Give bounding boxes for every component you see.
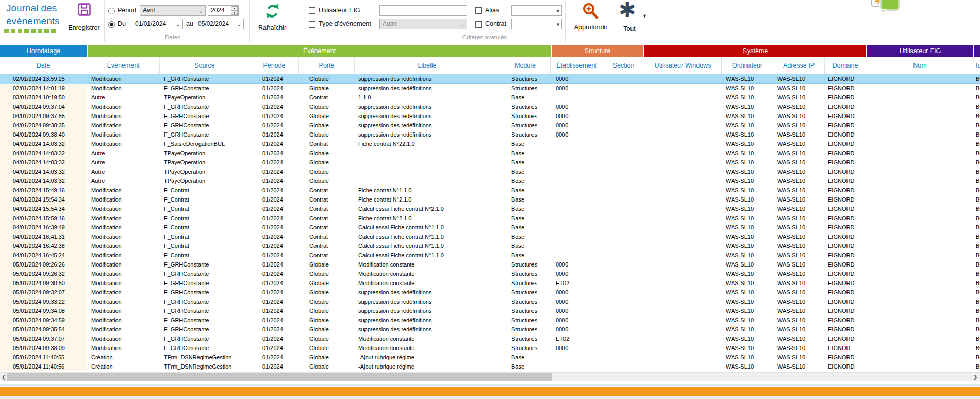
period-radio[interactable] [108, 8, 115, 14]
cell-date: 05/01/2024 11:40:55 [0, 353, 87, 362]
cell-date: 05/01/2024 11:40:56 [0, 362, 87, 371]
cell-ordinateur: WAS-SL10 [722, 343, 773, 353]
cell-adresse-ip: WAS-SL10 [773, 84, 825, 93]
period-month-select[interactable]: Avril⌄ [140, 5, 206, 16]
column-header-nom[interactable]: Nom [866, 57, 974, 74]
cell-libell-: suppression des redéfinitions [355, 121, 500, 130]
year-spin-buttons[interactable]: ▲▼ [231, 6, 238, 15]
date-from-picker[interactable]: 01/01/2024⌄ [132, 19, 183, 29]
scroll-left-icon[interactable]: ❮ [2, 374, 6, 380]
table-row[interactable]: 04/01/2024 14:03:32AutreTPayeOperation01… [0, 148, 980, 158]
alias-checkbox[interactable] [475, 7, 482, 14]
cell-p-riode: 01/2024 [250, 269, 299, 278]
cell-section [603, 251, 644, 260]
table-row[interactable]: 04/01/2024 14:03:32AutreTPayeOperation01… [0, 167, 980, 176]
table-row[interactable]: 05/01/2024 09:26:26ModificationF_GRHCons… [0, 260, 980, 269]
table-row[interactable]: 04/01/2024 09:38:40ModificationF_GRHCons… [0, 130, 980, 139]
column-header--v-nement[interactable]: Événement [87, 57, 160, 74]
cell-source: F_GRHConstante [160, 269, 250, 278]
table-row[interactable]: 04/01/2024 16:45:24ModificationF_Contrat… [0, 251, 980, 260]
alias-select[interactable]: ▾ [511, 5, 562, 16]
column-header-section[interactable]: Section [603, 57, 644, 74]
table-row[interactable]: 03/01/2024 10:19:50AutreTPayeOperation01… [0, 93, 980, 102]
table-row[interactable]: 05/01/2024 09:37:07ModificationF_GRHCons… [0, 334, 980, 343]
table-row[interactable]: 04/01/2024 09:38:35ModificationF_GRHCons… [0, 121, 980, 130]
table-row[interactable]: 05/01/2024 09:30:50ModificationF_GRHCons… [0, 278, 980, 288]
table-row[interactable]: 02/01/2024 14:01:19ModificationF_GRHCons… [0, 84, 980, 93]
dropdown-caret-icon[interactable]: ▼ [642, 13, 647, 19]
period-year-spinner[interactable]: 2024 ▲▼ [208, 5, 239, 16]
table-row[interactable]: 05/01/2024 09:35:54ModificationF_GRHCons… [0, 325, 980, 334]
column-header-adresse-ip[interactable]: Adresse IP [773, 57, 825, 74]
contract-checkbox[interactable] [475, 21, 482, 28]
event-type-checkbox[interactable] [309, 21, 315, 28]
group-header-syst-me: Système [644, 45, 866, 57]
user-eig-input[interactable] [379, 5, 467, 16]
table-row[interactable]: 04/01/2024 15:54:34ModificationF_Contrat… [0, 204, 980, 213]
cell-source: F_GRHConstante [160, 343, 250, 353]
cell-ide: BC [974, 148, 980, 158]
table-row[interactable]: 05/01/2024 09:33:22ModificationF_GRHCons… [0, 297, 980, 306]
column-header-ordinateur[interactable]: Ordinateur [722, 57, 773, 74]
spin-down-icon[interactable]: ▼ [231, 11, 238, 15]
refresh-button[interactable]: Rafraîchir [255, 2, 289, 34]
column-header-utilisateur-windows[interactable]: Utilisateur Windows [644, 57, 722, 74]
table-row[interactable]: 04/01/2024 14:03:32AutreTPayeOperation01… [0, 176, 980, 186]
table-row[interactable]: 04/01/2024 16:39:49ModificationF_Contrat… [0, 223, 980, 232]
cell-section [603, 158, 644, 167]
cell-libell-: suppression des redéfinitions [355, 130, 500, 139]
column-header-source[interactable]: Source [160, 57, 250, 74]
table-row[interactable]: 04/01/2024 14:03:32ModificationF_SaisieD… [0, 139, 980, 148]
column-header-module[interactable]: Module [500, 57, 551, 74]
contract-select[interactable]: ▾ [511, 19, 562, 29]
deepen-button[interactable]: Approfondir [567, 1, 614, 33]
save-button[interactable]: Enregistrer [66, 2, 102, 34]
cell-module: Structures [500, 288, 551, 297]
table-row[interactable]: 05/01/2024 09:26:32ModificationF_GRHCons… [0, 269, 980, 278]
column-group-header-row: HorodatageÉvénementStructureSystèmeUtili… [0, 45, 980, 57]
cell-adresse-ip: WAS-SL10 [773, 186, 825, 195]
table-row[interactable]: 04/01/2024 16:41:31ModificationF_Contrat… [0, 232, 980, 241]
table-row[interactable]: 05/01/2024 11:40:55CréationTFrm_DSNRegim… [0, 353, 980, 362]
cell-p-riode: 01/2024 [250, 334, 299, 343]
table-row[interactable]: 04/01/2024 14:03:32AutreTPayeOperation01… [0, 158, 980, 167]
cell-date: 04/01/2024 15:54:34 [0, 195, 87, 204]
table-row[interactable]: 05/01/2024 09:32:07ModificationF_GRHCons… [0, 288, 980, 297]
table-row[interactable]: 05/01/2024 11:40:56CréationTFrm_DSNRegim… [0, 362, 980, 371]
column-header-date[interactable]: Date [0, 57, 87, 74]
table-row[interactable]: 04/01/2024 15:59:16ModificationF_Contrat… [0, 213, 980, 223]
horizontal-scrollbar[interactable]: ❮ ❯ [0, 372, 980, 381]
cell-domaine: EIGNORD [825, 334, 866, 343]
date-to-picker[interactable]: 05/02/2024⌄ [195, 19, 244, 29]
cell-libell-: suppression des redéfinitions [355, 74, 500, 84]
table-row[interactable]: 04/01/2024 09:37:04ModificationF_GRHCons… [0, 102, 980, 111]
cell-libell-: Calcul essai Fiche contrat N°1.1.0 [355, 241, 500, 251]
speech-bubbles-icon[interactable] [870, 0, 901, 13]
scrollbar-thumb[interactable] [7, 373, 552, 381]
column-header-libell-[interactable]: Libellé [355, 57, 500, 74]
table-row[interactable]: 04/01/2024 15:49:16ModificationF_Contrat… [0, 186, 980, 195]
table-row[interactable]: 04/01/2024 16:42:38ModificationF_Contrat… [0, 241, 980, 251]
scroll-right-icon[interactable]: ❯ [973, 374, 977, 380]
table-row[interactable]: 05/01/2024 09:34:59ModificationF_GRHCons… [0, 315, 980, 325]
table-row[interactable]: 05/01/2024 09:34:08ModificationF_GRHCons… [0, 306, 980, 315]
column-header-port-[interactable]: Porté [299, 57, 355, 74]
event-type-select[interactable]: Autre⌄ [379, 19, 467, 29]
table-row[interactable]: 02/01/2024 13:59:25ModificationF_GRHCons… [0, 74, 980, 84]
user-eig-checkbox[interactable] [309, 7, 315, 14]
magnifier-plus-icon [582, 2, 600, 21]
all-button[interactable]: ✱ ▼ Tout [618, 1, 649, 34]
table-row[interactable]: 04/01/2024 09:37:55ModificationF_GRHCons… [0, 111, 980, 121]
date-range-radio[interactable] [108, 21, 115, 28]
cell-port-: Globale [299, 288, 355, 297]
column-header-p-riode[interactable]: Période [250, 57, 299, 74]
column-header--tablissement[interactable]: Établissement [551, 57, 603, 74]
column-header-domaine[interactable]: Domaine [825, 57, 866, 74]
cell-ide: BC [974, 213, 980, 223]
chevron-down-icon: ▾ [556, 20, 559, 29]
table-row[interactable]: 05/01/2024 09:38:09ModificationF_GRHCons… [0, 343, 980, 353]
spin-up-icon[interactable]: ▲ [231, 6, 238, 11]
column-header-ide[interactable]: Ide [974, 57, 980, 74]
cell-ordinateur: WAS-SL10 [722, 121, 773, 130]
table-row[interactable]: 04/01/2024 15:54:34ModificationF_Contrat… [0, 195, 980, 204]
